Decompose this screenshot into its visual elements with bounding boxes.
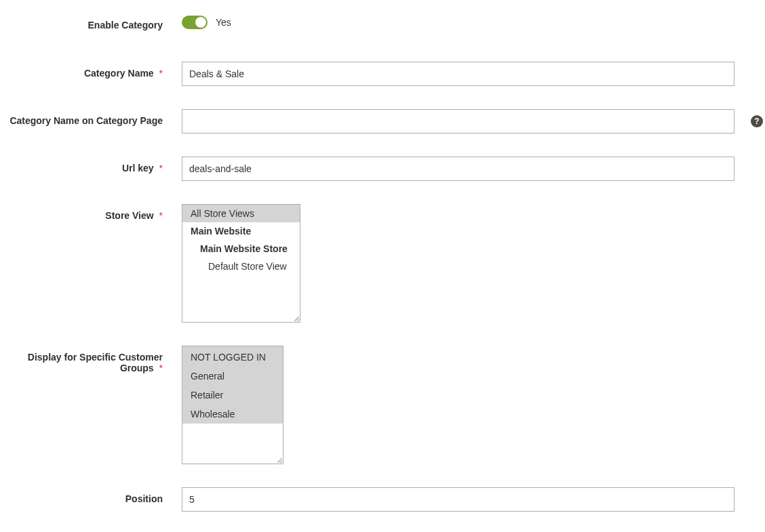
store-view-option-view[interactable]: Default Store View xyxy=(182,258,300,275)
customer-group-option-not-logged-in[interactable]: NOT LOGGED IN xyxy=(182,346,283,367)
label-text: Enable Category xyxy=(88,20,163,30)
category-name-input[interactable] xyxy=(182,62,734,86)
label-text: Display for Specific Customer Groups xyxy=(28,352,163,373)
required-marker: * xyxy=(159,210,163,221)
category-name-on-page-label: Category Name on Category Page xyxy=(0,109,182,126)
required-marker: * xyxy=(159,68,163,79)
required-marker: * xyxy=(159,363,163,373)
label-text: Category Name xyxy=(84,68,154,79)
customer-group-option-wholesale[interactable]: Wholesale xyxy=(182,405,283,424)
enable-category-value: Yes xyxy=(216,17,231,28)
url-key-label: Url key * xyxy=(0,157,182,173)
help-icon[interactable]: ? xyxy=(751,115,763,127)
label-text: Position xyxy=(125,493,163,504)
position-label: Position xyxy=(0,487,182,504)
url-key-input[interactable] xyxy=(182,157,734,181)
customer-groups-label: Display for Specific Customer Groups * xyxy=(0,346,182,373)
enable-category-label: Enable Category xyxy=(0,14,182,30)
customer-groups-select[interactable]: NOT LOGGED IN General Retailer Wholesale xyxy=(182,346,283,464)
customer-group-option-general[interactable]: General xyxy=(182,367,283,386)
category-name-label: Category Name * xyxy=(0,62,182,79)
required-marker: * xyxy=(159,163,163,173)
store-view-option-website[interactable]: Main Website xyxy=(182,222,300,240)
label-text: Category Name on Category Page xyxy=(9,115,163,126)
enable-category-toggle[interactable] xyxy=(182,16,208,29)
store-view-label: Store View * xyxy=(0,204,182,221)
store-view-option-all[interactable]: All Store Views xyxy=(182,205,300,222)
position-input[interactable] xyxy=(182,487,734,512)
store-view-option-store[interactable]: Main Website Store xyxy=(182,240,300,258)
resize-handle-icon[interactable] xyxy=(292,314,299,321)
category-name-on-page-input[interactable] xyxy=(182,109,734,134)
resize-handle-icon[interactable] xyxy=(275,456,282,463)
store-view-select[interactable]: All Store Views Main Website Main Websit… xyxy=(182,204,300,323)
customer-group-option-retailer[interactable]: Retailer xyxy=(182,386,283,405)
label-text: Store View xyxy=(105,210,153,221)
toggle-knob xyxy=(195,17,206,28)
label-text: Url key xyxy=(122,163,154,173)
